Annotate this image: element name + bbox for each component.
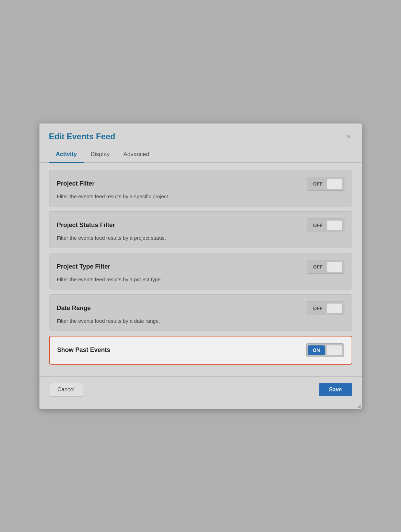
show-past-events-row: Show Past Events ON [57, 343, 344, 357]
close-button[interactable]: × [345, 132, 352, 141]
save-button[interactable]: Save [319, 383, 352, 396]
project-type-filter-toggle[interactable]: OFF [307, 260, 344, 274]
project-type-filter-card: Project Type Filter OFF Filter the event… [49, 253, 352, 289]
date-range-desc: Filter the events feed results by a date… [57, 318, 344, 324]
edit-events-feed-dialog: Edit Events Feed × Activity Display Adva… [39, 123, 362, 409]
date-range-toggle-label: OFF [310, 306, 326, 311]
tab-display[interactable]: Display [84, 147, 117, 163]
project-filter-desc: Filter the events feed results by a spec… [57, 193, 344, 199]
project-status-filter-toggle-thumb [327, 220, 343, 230]
show-past-events-toggle-on-label: ON [308, 345, 325, 355]
project-filter-title: Project Filter [57, 180, 95, 187]
project-type-filter-title: Project Type Filter [57, 263, 110, 270]
project-status-filter-toggle[interactable]: OFF [307, 218, 344, 232]
resize-icon: ◢ [357, 403, 361, 408]
project-filter-toggle-label: OFF [310, 181, 326, 187]
date-range-toggle-thumb [327, 303, 343, 314]
project-status-filter-desc: Filter the events feed results by a proj… [57, 235, 344, 241]
resize-handle: ◢ [39, 403, 362, 409]
project-status-filter-row: Project Status Filter OFF [57, 218, 344, 232]
project-filter-toggle[interactable]: OFF [307, 177, 344, 191]
tab-advanced[interactable]: Advanced [117, 147, 156, 163]
show-past-events-card: Show Past Events ON [49, 336, 352, 365]
project-status-filter-card: Project Status Filter OFF Filter the eve… [49, 211, 352, 248]
show-past-events-title: Show Past Events [57, 346, 110, 354]
dialog-title: Edit Events Feed [49, 132, 115, 141]
date-range-title: Date Range [57, 305, 91, 312]
date-range-row: Date Range OFF [57, 302, 344, 315]
dialog-footer: Cancel Save [39, 376, 362, 403]
show-past-events-toggle-thumb [326, 345, 342, 355]
project-type-filter-toggle-label: OFF [310, 264, 326, 270]
project-filter-card: Project Filter OFF Filter the events fee… [49, 170, 352, 206]
project-type-filter-toggle-thumb [327, 262, 343, 272]
tab-activity[interactable]: Activity [49, 147, 84, 163]
project-type-filter-row: Project Type Filter OFF [57, 260, 344, 274]
show-past-events-toggle[interactable]: ON [306, 343, 344, 357]
date-range-toggle[interactable]: OFF [307, 302, 344, 315]
project-status-filter-toggle-label: OFF [310, 223, 326, 228]
dialog-body: Project Filter OFF Filter the events fee… [39, 163, 362, 376]
project-status-filter-title: Project Status Filter [57, 222, 115, 229]
cancel-button[interactable]: Cancel [49, 383, 83, 397]
dialog-header: Edit Events Feed × [39, 123, 362, 147]
tabs-container: Activity Display Advanced [39, 147, 362, 163]
project-filter-toggle-thumb [327, 179, 343, 189]
project-type-filter-desc: Filter the events feed results by a proj… [57, 276, 344, 282]
project-filter-row: Project Filter OFF [57, 177, 344, 191]
date-range-card: Date Range OFF Filter the events feed re… [49, 294, 352, 331]
